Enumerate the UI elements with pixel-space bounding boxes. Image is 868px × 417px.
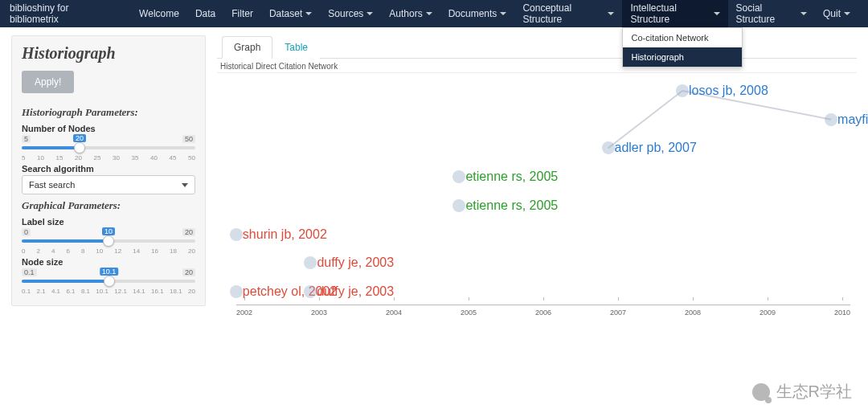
chevron-down-icon <box>182 183 188 187</box>
slider-handle[interactable] <box>104 276 115 287</box>
graph-node-label: etienne rs, 2005 <box>465 198 558 213</box>
apply-button[interactable]: Apply! <box>22 71 74 93</box>
nav-item-social-structure[interactable]: Social Structure <box>728 0 815 27</box>
plot-x-ticks: 200220032004200520062007200820092010 <box>236 309 850 317</box>
content-panel: GraphTable Historical Direct Citation Ne… <box>217 35 857 306</box>
nav-label: Data <box>195 8 215 19</box>
graph-node-label: mayfield mm, 2010 <box>837 112 868 127</box>
graph-node[interactable] <box>452 199 465 212</box>
graph-node[interactable] <box>230 228 243 241</box>
graph-node-label: adler pb, 2007 <box>615 141 697 155</box>
graph-node-label: duffy je, 2003 <box>317 284 394 299</box>
caret-down-icon <box>366 12 373 15</box>
graph-node[interactable] <box>304 256 317 269</box>
caret-down-icon <box>500 12 506 15</box>
x-tick: 2008 <box>685 309 701 317</box>
plot-x-axis <box>236 305 850 305</box>
num-nodes-slider[interactable]: 550205101520253035404550 <box>22 135 195 159</box>
nav-items: WelcomeDataFilterDatasetSourcesAuthorsDo… <box>131 0 858 27</box>
page-title: Historiograph <box>22 44 195 63</box>
caret-down-icon <box>714 12 720 15</box>
nav-item-filter[interactable]: Filter <box>223 0 261 27</box>
x-tick: 2010 <box>834 309 850 317</box>
dropdown-item-historiograph[interactable]: Historiograph <box>623 47 742 67</box>
top-navbar: biblioshiny for bibliometrix WelcomeData… <box>0 0 868 27</box>
sidebar-panel: Historiograph Apply! Historiograph Param… <box>11 35 206 306</box>
section-graphical-params: Graphical Parameters: <box>22 199 195 212</box>
graph-node-label: duffy je, 2003 <box>317 256 394 270</box>
nav-label: Documents <box>448 8 497 19</box>
x-tick: 2003 <box>311 309 327 317</box>
nav-label: Welcome <box>139 8 179 19</box>
num-nodes-label: Number of Nodes <box>22 124 195 133</box>
nav-item-documents[interactable]: Documents <box>440 0 515 27</box>
nav-label: Dataset <box>269 8 302 19</box>
x-tick: 2009 <box>760 309 776 317</box>
plot-edges <box>217 73 857 305</box>
tab-table[interactable]: Table <box>272 36 320 59</box>
graph-node[interactable] <box>825 113 837 126</box>
tabs: GraphTable <box>217 35 857 59</box>
graph-node-label: shurin jb, 2002 <box>243 227 327 242</box>
slider-handle[interactable] <box>74 142 85 153</box>
caret-down-icon <box>305 12 312 15</box>
graph-node[interactable] <box>676 84 689 97</box>
tab-graph[interactable]: Graph <box>222 36 272 59</box>
intellectual-structure-dropdown: Co-citation NetworkHistoriograph <box>622 27 743 67</box>
nav-label: Filter <box>231 8 253 19</box>
x-tick: 2005 <box>461 309 477 317</box>
graph-node[interactable] <box>304 285 317 298</box>
nav-label: Sources <box>328 8 363 19</box>
watermark-text: 生态R学社 <box>776 381 852 403</box>
section-historiograph-params: Historiograph Parameters: <box>22 106 195 119</box>
x-tick: 2006 <box>535 309 551 317</box>
watermark: 生态R学社 <box>752 381 852 403</box>
x-tick: 2002 <box>236 309 252 317</box>
search-algorithm-select[interactable]: Fast search <box>22 175 195 194</box>
slider-handle[interactable] <box>103 235 114 247</box>
nav-label: Social Structure <box>736 2 797 25</box>
dropdown-item-co-citation-network[interactable]: Co-citation Network <box>623 28 742 47</box>
nav-label: Conceptual Structure <box>522 2 604 25</box>
chat-bubble-icon <box>752 383 770 401</box>
graph-node[interactable] <box>602 141 615 154</box>
x-tick: 2004 <box>386 309 402 317</box>
nav-label: Intellectual Structure <box>630 2 710 25</box>
nav-item-dataset[interactable]: Dataset <box>261 0 320 27</box>
nav-item-intellectual-structure[interactable]: Intellectual StructureCo-citation Networ… <box>622 0 727 27</box>
graph-node[interactable] <box>452 170 465 183</box>
label-size-slider[interactable]: 0201002468101214161820 <box>22 228 195 252</box>
plot-title: Historical Direct Citation Network <box>220 62 857 71</box>
nav-item-authors[interactable]: Authors <box>381 0 440 27</box>
node-size-slider[interactable]: 0.12010.10.12.14.16.18.110.112.114.116.1… <box>22 268 195 292</box>
node-size-label: Node size <box>22 257 195 267</box>
main-area: Historiograph Apply! Historiograph Param… <box>0 27 868 314</box>
graph-node-label: losos jb, 2008 <box>689 84 768 98</box>
graph-node[interactable] <box>230 285 243 298</box>
nav-item-conceptual-structure[interactable]: Conceptual Structure <box>514 0 622 27</box>
nav-item-welcome[interactable]: Welcome <box>131 0 187 27</box>
x-tick: 2007 <box>610 309 626 317</box>
label-size-label: Label size <box>22 217 195 227</box>
historiograph-plot[interactable]: 200220032004200520062007200820092010 shu… <box>217 72 857 305</box>
caret-down-icon <box>426 12 432 15</box>
nav-item-data[interactable]: Data <box>187 0 223 27</box>
nav-label: Authors <box>389 8 422 19</box>
nav-label: Quit <box>823 8 841 19</box>
search-algorithm-label: Search algorithm <box>22 164 195 174</box>
svg-line-0 <box>608 91 683 148</box>
nav-item-sources[interactable]: Sources <box>320 0 381 27</box>
search-algorithm-value: Fast search <box>29 180 75 190</box>
app-brand: biblioshiny for bibliometrix <box>10 2 117 25</box>
nav-item-quit[interactable]: Quit <box>815 0 858 27</box>
caret-down-icon <box>844 12 850 15</box>
graph-node-label: etienne rs, 2005 <box>465 170 558 184</box>
caret-down-icon <box>608 12 614 15</box>
caret-down-icon <box>800 12 807 15</box>
